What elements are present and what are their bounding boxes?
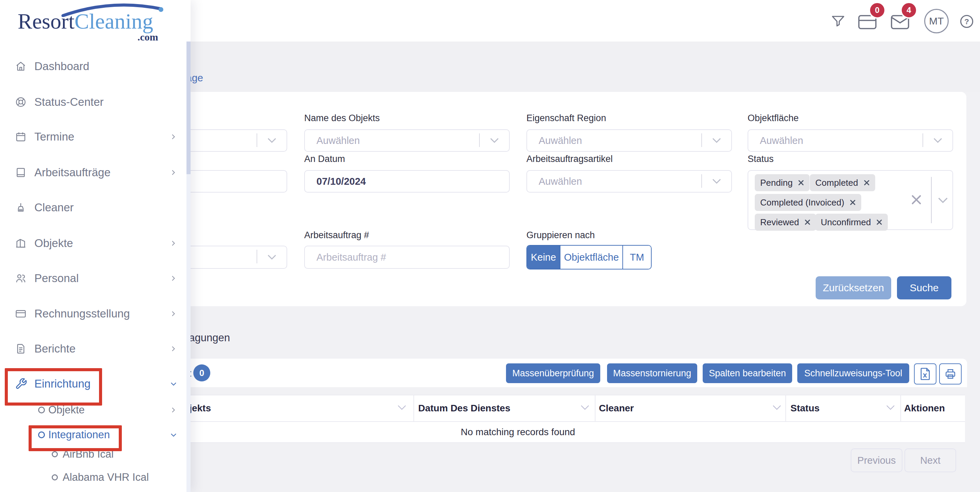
sidebar-subsubitem-airbnb-ical[interactable]: AirBnb Ical bbox=[0, 444, 186, 465]
sort-caret-icon[interactable] bbox=[581, 405, 589, 410]
field-label: Objektfläche bbox=[748, 113, 799, 124]
eigenschaft-region-select[interactable]: Auwählen bbox=[527, 129, 732, 152]
sidebar-item-label: Termine bbox=[34, 130, 74, 143]
sidebar-item-einrichtung[interactable]: Einrichtung bbox=[0, 371, 186, 396]
segment-objektflaeche[interactable]: Objektfläche bbox=[560, 246, 623, 269]
select-placeholder: Auwählen bbox=[539, 135, 582, 146]
segment-keine[interactable]: Keine bbox=[527, 246, 560, 269]
chip-label: Completed (Invoiced) bbox=[760, 197, 844, 208]
bullet-icon bbox=[38, 407, 45, 413]
objektflaeche-select[interactable]: Auwählen bbox=[748, 129, 953, 152]
segment-tm[interactable]: TM bbox=[623, 246, 651, 269]
sidebar-item-berichte[interactable]: Berichte bbox=[0, 336, 186, 361]
arbeitsauftragsartikel-select[interactable]: Auwählen bbox=[527, 170, 732, 193]
chevron-down-icon bbox=[169, 431, 178, 439]
massenstornierung-button[interactable]: Massenstornierung bbox=[607, 363, 697, 383]
sidebar-item-label: Berichte bbox=[34, 342, 76, 355]
column-header-aktionen[interactable]: Aktionen bbox=[904, 403, 945, 414]
users-icon bbox=[15, 272, 27, 284]
chip-remove-icon[interactable] bbox=[876, 219, 882, 225]
avatar[interactable]: MT bbox=[924, 9, 949, 33]
sidebar-subitem-label: Objekte bbox=[48, 404, 85, 416]
clear-all-icon[interactable] bbox=[911, 194, 922, 205]
sidebar-item-dashboard[interactable]: Dashboard bbox=[0, 54, 186, 79]
home-icon bbox=[15, 61, 27, 72]
chevron-right-icon bbox=[169, 240, 177, 247]
broom-icon bbox=[15, 202, 27, 213]
field-label: Arbeitsauftragsartikel bbox=[527, 154, 613, 164]
an-datum-input[interactable]: 07/10/2024 bbox=[304, 170, 510, 193]
sidebar-subitem-objekte[interactable]: Objekte bbox=[0, 399, 186, 421]
credit-card-icon bbox=[15, 308, 27, 320]
spalten-bearbeiten-button[interactable]: Spalten bearbeiten bbox=[703, 363, 792, 383]
select-divider bbox=[479, 134, 480, 147]
sidebar-item-status-center[interactable]: Status-Center bbox=[0, 90, 186, 114]
search-button[interactable]: Suche bbox=[897, 276, 951, 299]
column-divider bbox=[595, 395, 595, 421]
chevron-right-icon bbox=[169, 406, 177, 414]
column-header-cleaner[interactable]: Cleaner bbox=[599, 403, 634, 414]
select-placeholder: Auwählen bbox=[760, 135, 803, 146]
column-divider bbox=[414, 395, 414, 421]
sidebar-item-label: Status-Center bbox=[34, 96, 104, 108]
sort-caret-icon[interactable] bbox=[398, 405, 406, 410]
print-button[interactable] bbox=[939, 363, 962, 384]
reset-button[interactable]: Zurücksetzen bbox=[816, 276, 891, 299]
sidebar-subsubitem-alabama-vhr-ical[interactable]: Alabama VHR Ical bbox=[0, 467, 186, 487]
export-excel-button[interactable] bbox=[914, 363, 937, 384]
status-chip: Reviewed bbox=[755, 214, 816, 231]
chip-remove-icon[interactable] bbox=[850, 199, 856, 205]
chip-remove-icon[interactable] bbox=[864, 180, 870, 186]
sidebar-item-label: Objekte bbox=[34, 237, 73, 250]
select-divider bbox=[701, 174, 702, 188]
input-placeholder: Arbeitsauftrag # bbox=[317, 252, 386, 263]
previous-button[interactable]: Previous bbox=[851, 449, 902, 472]
sidebar-item-rechnungsstellung[interactable]: Rechnungsstellung bbox=[0, 301, 186, 326]
sidebar-scrollbar-thumb[interactable] bbox=[186, 41, 191, 174]
select-divider bbox=[256, 250, 257, 263]
chevron-right-icon bbox=[169, 275, 177, 282]
column-divider bbox=[785, 395, 786, 421]
sidebar-subitem-integrationen[interactable]: Integrationen bbox=[0, 424, 186, 446]
gruppieren-nach-segmented: Keine Objektfläche TM bbox=[527, 245, 652, 269]
select-divider bbox=[256, 134, 257, 147]
massenueberpruefung-button[interactable]: Massenüberprüfung bbox=[506, 363, 600, 383]
schnellzuweisungs-tool-button[interactable]: Schnellzuweisungs-Tool bbox=[797, 363, 909, 383]
arbeitsauftrag-nr-input[interactable]: Arbeitsauftrag # bbox=[304, 246, 510, 269]
chevron-down-icon[interactable] bbox=[938, 197, 948, 204]
sidebar-subitem-label: Integrationen bbox=[48, 429, 110, 441]
sidebar-item-objekte[interactable]: Objekte bbox=[0, 231, 186, 256]
work-orders-icon bbox=[15, 167, 27, 178]
chip-remove-icon[interactable] bbox=[804, 219, 811, 225]
sort-caret-icon[interactable] bbox=[886, 405, 895, 410]
chevron-right-icon bbox=[169, 133, 177, 140]
field-label: Status bbox=[748, 154, 774, 164]
sidebar-item-cleaner[interactable]: Cleaner bbox=[0, 195, 186, 220]
sidebar-item-label: Personal bbox=[34, 272, 79, 285]
chevron-right-icon bbox=[169, 169, 177, 176]
column-header-datum[interactable]: Datum Des Dienstes bbox=[418, 403, 511, 414]
sidebar-item-termine[interactable]: Termine bbox=[0, 124, 186, 149]
status-multiselect[interactable]: Pending Completed Completed (Invoiced) R… bbox=[748, 170, 953, 230]
chip-remove-icon[interactable] bbox=[798, 180, 804, 186]
sort-caret-icon[interactable] bbox=[772, 405, 781, 410]
sidebar-subsubitem-label: AirBnb Ical bbox=[63, 448, 114, 460]
next-button[interactable]: Next bbox=[904, 449, 956, 472]
logo[interactable]: ResortCleaning .com bbox=[18, 9, 153, 34]
name-des-objekts-select[interactable]: Auwählen bbox=[304, 129, 510, 152]
sidebar-subsubitem-label: Alabama VHR Ical bbox=[63, 471, 149, 484]
field-label: Arbeitsauftrag # bbox=[304, 230, 369, 240]
column-header-status[interactable]: Status bbox=[791, 403, 820, 414]
billing-badge: 0 bbox=[869, 2, 886, 19]
sidebar-item-personal[interactable]: Personal bbox=[0, 266, 186, 291]
svg-text:?: ? bbox=[964, 17, 969, 26]
date-value: 07/10/2024 bbox=[317, 176, 366, 187]
messages-badge: 4 bbox=[900, 2, 917, 19]
select-placeholder: Auwählen bbox=[317, 135, 360, 146]
chip-label: Unconfirmed bbox=[821, 217, 871, 228]
filter-toggle-icon[interactable] bbox=[830, 14, 846, 29]
chevron-down-icon bbox=[712, 178, 721, 184]
help-icon[interactable]: ? bbox=[959, 14, 974, 29]
column-divider bbox=[900, 395, 901, 421]
sidebar-item-arbeitsauftraege[interactable]: Arbeitsaufträge bbox=[0, 160, 186, 185]
